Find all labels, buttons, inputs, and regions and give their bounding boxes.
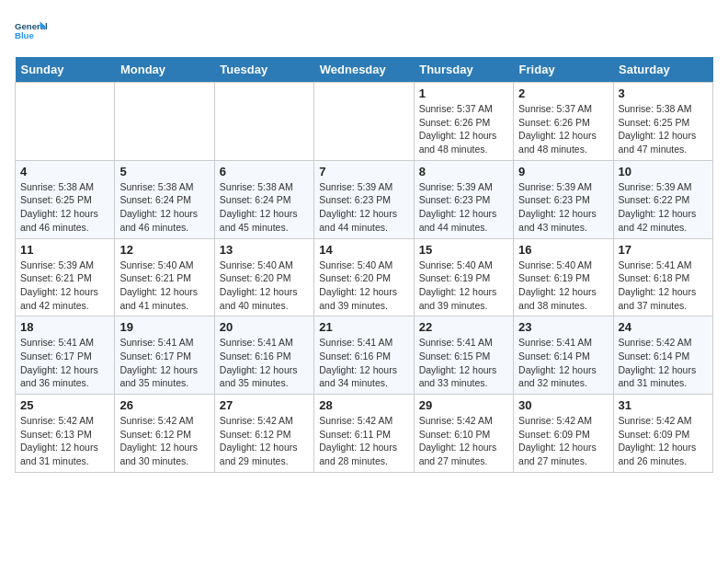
logo: GeneralBlue — [15, 15, 48, 48]
day-header-friday: Friday — [514, 57, 613, 83]
logo-icon: GeneralBlue — [15, 15, 48, 48]
cell-info: Sunrise: 5:40 AM Sunset: 6:20 PM Dayligh… — [319, 259, 408, 313]
cell-info: Sunrise: 5:39 AM Sunset: 6:23 PM Dayligh… — [419, 180, 508, 235]
cell-info: Sunrise: 5:41 AM Sunset: 6:16 PM Dayligh… — [220, 336, 309, 390]
date-number: 22 — [419, 320, 508, 334]
calendar-cell — [115, 83, 214, 161]
cell-info: Sunrise: 5:38 AM Sunset: 6:25 PM Dayligh… — [619, 102, 708, 156]
cell-info: Sunrise: 5:40 AM Sunset: 6:19 PM Dayligh… — [419, 259, 508, 313]
cell-info: Sunrise: 5:41 AM Sunset: 6:17 PM Dayligh… — [20, 336, 109, 390]
date-number: 9 — [518, 165, 608, 178]
calendar-cell: 4Sunrise: 5:38 AM Sunset: 6:25 PM Daylig… — [16, 160, 115, 238]
date-number: 29 — [419, 398, 508, 412]
calendar-cell: 25Sunrise: 5:42 AM Sunset: 6:13 PM Dayli… — [16, 395, 115, 473]
date-number: 6 — [220, 165, 309, 178]
date-number: 3 — [619, 86, 708, 100]
cell-info: Sunrise: 5:41 AM Sunset: 6:18 PM Dayligh… — [619, 259, 708, 313]
cell-info: Sunrise: 5:39 AM Sunset: 6:22 PM Dayligh… — [619, 180, 708, 235]
week-row-3: 18Sunrise: 5:41 AM Sunset: 6:17 PM Dayli… — [16, 316, 713, 395]
calendar-cell: 29Sunrise: 5:42 AM Sunset: 6:10 PM Dayli… — [414, 395, 513, 473]
calendar-cell: 18Sunrise: 5:41 AM Sunset: 6:17 PM Dayli… — [16, 316, 115, 395]
calendar-cell: 27Sunrise: 5:42 AM Sunset: 6:12 PM Dayli… — [214, 395, 313, 473]
date-number: 11 — [20, 243, 109, 257]
date-number: 2 — [518, 86, 608, 100]
days-header-row: SundayMondayTuesdayWednesdayThursdayFrid… — [16, 57, 713, 83]
cell-info: Sunrise: 5:38 AM Sunset: 6:25 PM Dayligh… — [20, 180, 109, 235]
date-number: 24 — [619, 320, 708, 334]
date-number: 13 — [220, 243, 309, 257]
cell-info: Sunrise: 5:39 AM Sunset: 6:23 PM Dayligh… — [518, 180, 608, 235]
calendar-cell — [16, 83, 115, 161]
date-number: 5 — [119, 165, 209, 178]
cell-info: Sunrise: 5:39 AM Sunset: 6:21 PM Dayligh… — [20, 259, 109, 313]
calendar-cell: 20Sunrise: 5:41 AM Sunset: 6:16 PM Dayli… — [214, 316, 313, 395]
calendar-cell: 8Sunrise: 5:39 AM Sunset: 6:23 PM Daylig… — [414, 160, 513, 238]
calendar-table: SundayMondayTuesdayWednesdayThursdayFrid… — [15, 57, 713, 473]
date-number: 4 — [20, 165, 109, 178]
cell-info: Sunrise: 5:38 AM Sunset: 6:24 PM Dayligh… — [220, 180, 309, 235]
date-number: 15 — [419, 243, 508, 257]
calendar-cell: 17Sunrise: 5:41 AM Sunset: 6:18 PM Dayli… — [613, 238, 712, 316]
date-number: 21 — [319, 320, 408, 334]
svg-text:Blue: Blue — [15, 30, 34, 40]
calendar-cell: 22Sunrise: 5:41 AM Sunset: 6:15 PM Dayli… — [414, 316, 513, 395]
cell-info: Sunrise: 5:42 AM Sunset: 6:14 PM Dayligh… — [619, 336, 708, 390]
date-number: 8 — [419, 165, 508, 178]
date-number: 31 — [619, 398, 708, 412]
cell-info: Sunrise: 5:37 AM Sunset: 6:26 PM Dayligh… — [419, 102, 508, 156]
calendar-cell: 31Sunrise: 5:42 AM Sunset: 6:09 PM Dayli… — [613, 395, 712, 473]
cell-info: Sunrise: 5:41 AM Sunset: 6:15 PM Dayligh… — [419, 336, 508, 390]
day-header-tuesday: Tuesday — [214, 57, 313, 83]
date-number: 16 — [518, 243, 608, 257]
cell-info: Sunrise: 5:38 AM Sunset: 6:24 PM Dayligh… — [119, 180, 209, 235]
date-number: 27 — [220, 398, 309, 412]
calendar-cell — [214, 83, 313, 161]
calendar-cell: 7Sunrise: 5:39 AM Sunset: 6:23 PM Daylig… — [314, 160, 414, 238]
cell-info: Sunrise: 5:42 AM Sunset: 6:11 PM Dayligh… — [319, 414, 408, 468]
cell-info: Sunrise: 5:40 AM Sunset: 6:20 PM Dayligh… — [220, 259, 309, 313]
date-number: 17 — [619, 243, 708, 257]
page-header: GeneralBlue — [15, 15, 713, 48]
date-number: 12 — [119, 243, 209, 257]
date-number: 26 — [119, 398, 209, 412]
date-number: 1 — [419, 86, 508, 100]
date-number: 7 — [319, 165, 408, 178]
date-number: 19 — [119, 320, 209, 334]
calendar-cell: 21Sunrise: 5:41 AM Sunset: 6:16 PM Dayli… — [314, 316, 414, 395]
calendar-cell: 2Sunrise: 5:37 AM Sunset: 6:26 PM Daylig… — [514, 83, 613, 161]
calendar-cell: 23Sunrise: 5:41 AM Sunset: 6:14 PM Dayli… — [514, 316, 613, 395]
date-number: 25 — [20, 398, 109, 412]
week-row-2: 11Sunrise: 5:39 AM Sunset: 6:21 PM Dayli… — [16, 238, 713, 316]
calendar-cell: 15Sunrise: 5:40 AM Sunset: 6:19 PM Dayli… — [414, 238, 513, 316]
calendar-cell: 28Sunrise: 5:42 AM Sunset: 6:11 PM Dayli… — [314, 395, 414, 473]
date-number: 30 — [518, 398, 608, 412]
calendar-body: 1Sunrise: 5:37 AM Sunset: 6:26 PM Daylig… — [16, 83, 713, 473]
date-number: 10 — [619, 165, 708, 178]
cell-info: Sunrise: 5:42 AM Sunset: 6:13 PM Dayligh… — [20, 414, 109, 468]
cell-info: Sunrise: 5:42 AM Sunset: 6:10 PM Dayligh… — [419, 414, 508, 468]
day-header-thursday: Thursday — [414, 57, 513, 83]
cell-info: Sunrise: 5:42 AM Sunset: 6:09 PM Dayligh… — [518, 414, 608, 468]
calendar-cell: 13Sunrise: 5:40 AM Sunset: 6:20 PM Dayli… — [214, 238, 313, 316]
cell-info: Sunrise: 5:42 AM Sunset: 6:12 PM Dayligh… — [220, 414, 309, 468]
week-row-4: 25Sunrise: 5:42 AM Sunset: 6:13 PM Dayli… — [16, 395, 713, 473]
day-header-sunday: Sunday — [16, 57, 115, 83]
calendar-cell: 16Sunrise: 5:40 AM Sunset: 6:19 PM Dayli… — [514, 238, 613, 316]
week-row-0: 1Sunrise: 5:37 AM Sunset: 6:26 PM Daylig… — [16, 83, 713, 161]
calendar-cell: 24Sunrise: 5:42 AM Sunset: 6:14 PM Dayli… — [613, 316, 712, 395]
calendar-cell: 9Sunrise: 5:39 AM Sunset: 6:23 PM Daylig… — [514, 160, 613, 238]
calendar-cell: 14Sunrise: 5:40 AM Sunset: 6:20 PM Dayli… — [314, 238, 414, 316]
week-row-1: 4Sunrise: 5:38 AM Sunset: 6:25 PM Daylig… — [16, 160, 713, 238]
cell-info: Sunrise: 5:41 AM Sunset: 6:17 PM Dayligh… — [119, 336, 209, 390]
cell-info: Sunrise: 5:42 AM Sunset: 6:12 PM Dayligh… — [119, 414, 209, 468]
cell-info: Sunrise: 5:42 AM Sunset: 6:09 PM Dayligh… — [619, 414, 708, 468]
cell-info: Sunrise: 5:39 AM Sunset: 6:23 PM Dayligh… — [319, 180, 408, 235]
calendar-cell: 1Sunrise: 5:37 AM Sunset: 6:26 PM Daylig… — [414, 83, 513, 161]
date-number: 23 — [518, 320, 608, 334]
calendar-cell: 19Sunrise: 5:41 AM Sunset: 6:17 PM Dayli… — [115, 316, 214, 395]
cell-info: Sunrise: 5:41 AM Sunset: 6:16 PM Dayligh… — [319, 336, 408, 390]
calendar-cell: 5Sunrise: 5:38 AM Sunset: 6:24 PM Daylig… — [115, 160, 214, 238]
date-number: 14 — [319, 243, 408, 257]
date-number: 28 — [319, 398, 408, 412]
calendar-cell: 11Sunrise: 5:39 AM Sunset: 6:21 PM Dayli… — [16, 238, 115, 316]
